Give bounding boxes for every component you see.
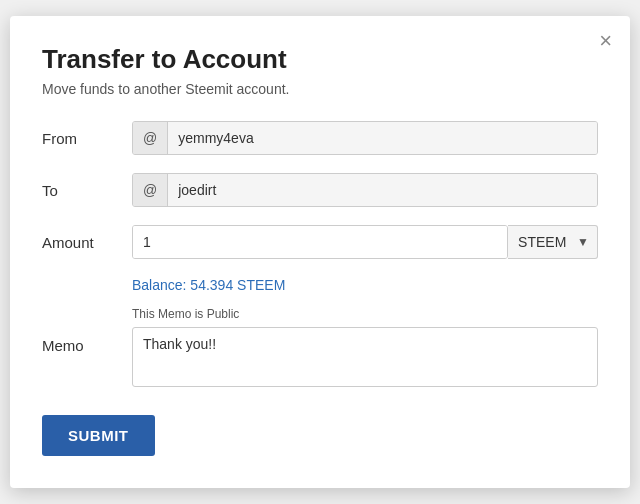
balance-link[interactable]: Balance: 54.394 STEEM bbox=[132, 277, 598, 293]
to-prefix: @ bbox=[133, 174, 168, 206]
memo-public-note: This Memo is Public bbox=[132, 307, 598, 321]
from-input-wrapper: @ bbox=[132, 121, 598, 155]
to-input-wrapper: @ bbox=[132, 173, 598, 207]
transfer-modal: × Transfer to Account Move funds to anot… bbox=[10, 16, 630, 488]
amount-input-area: STEEM SBD ▼ bbox=[132, 225, 598, 259]
close-button[interactable]: × bbox=[599, 30, 612, 52]
from-input[interactable] bbox=[168, 122, 597, 154]
to-input[interactable] bbox=[168, 174, 597, 206]
memo-section: Memo This Memo is Public Thank you!! bbox=[42, 307, 598, 391]
amount-input[interactable] bbox=[133, 226, 507, 258]
submit-button[interactable]: SUBMIT bbox=[42, 415, 155, 456]
amount-label: Amount bbox=[42, 234, 132, 251]
memo-textarea[interactable]: Thank you!! bbox=[132, 327, 598, 387]
currency-select[interactable]: STEEM SBD bbox=[508, 226, 577, 258]
currency-select-wrapper: STEEM SBD ▼ bbox=[508, 225, 598, 259]
to-row: To @ bbox=[42, 173, 598, 207]
currency-dropdown-icon: ▼ bbox=[577, 227, 597, 257]
from-row: From @ bbox=[42, 121, 598, 155]
to-label: To bbox=[42, 182, 132, 199]
from-label: From bbox=[42, 130, 132, 147]
amount-wrapper bbox=[132, 225, 508, 259]
memo-label: Memo bbox=[42, 307, 132, 354]
modal-subtitle: Move funds to another Steemit account. bbox=[42, 81, 598, 97]
amount-row: Amount STEEM SBD ▼ bbox=[42, 225, 598, 259]
memo-input-wrapper: This Memo is Public Thank you!! bbox=[132, 307, 598, 391]
modal-title: Transfer to Account bbox=[42, 44, 598, 75]
from-prefix: @ bbox=[133, 122, 168, 154]
